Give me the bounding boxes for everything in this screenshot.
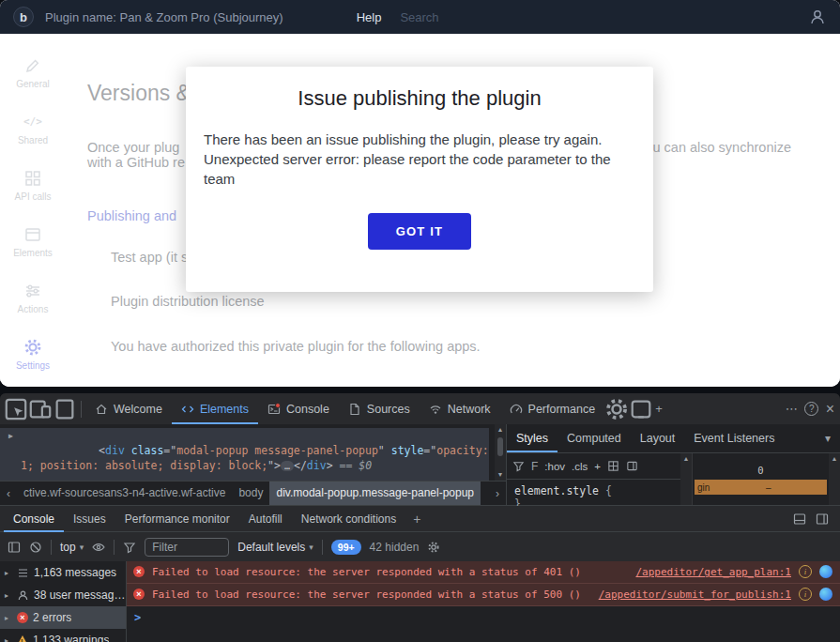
more-tabs-plus-icon[interactable]: +	[653, 397, 664, 421]
issue-info-icon[interactable]: i	[799, 565, 812, 578]
console-prompt[interactable]: >	[127, 606, 840, 629]
disclosure-icon[interactable]: ▸	[5, 591, 12, 600]
disclosure-icon[interactable]: ▸	[5, 614, 12, 622]
drawer-tab-network-conditions[interactable]: Network conditions	[292, 506, 405, 532]
dock-drawer-icon[interactable]	[793, 512, 806, 526]
performance-icon	[510, 403, 523, 416]
dom-node-selected[interactable]: ▶<div class="modal-popup message-panel-p…	[0, 428, 489, 481]
style-rules[interactable]: element.style { }	[507, 480, 692, 506]
context-selector[interactable]: top▾	[60, 541, 84, 554]
dom-tree[interactable]: ▶<div class="modal-popup message-panel-p…	[0, 424, 506, 481]
error-source-link[interactable]: /appeditor/submit_for_publish:1	[599, 588, 791, 602]
sidebar-item-errors[interactable]: ▸ × 2 errors	[0, 606, 126, 629]
devices-icon[interactable]	[629, 397, 653, 421]
tab-performance[interactable]: Performance	[500, 393, 605, 424]
breadcrumb-selected[interactable]: div.modal-popup.message-panel-popup	[269, 482, 481, 505]
log-levels-selector[interactable]: Default levels▾	[237, 541, 313, 554]
console-panel: ▸ 1,163 messages ▸ 38 user messages ▸ × …	[0, 561, 840, 642]
computed-panel-icon[interactable]	[626, 460, 638, 472]
scroll-up-icon[interactable]: ▲	[683, 453, 690, 465]
collapsed-children-icon[interactable]: …	[281, 461, 294, 471]
rule-selector[interactable]: element.style	[514, 484, 599, 497]
inspect-icon[interactable]	[4, 397, 28, 421]
code-token: }	[514, 497, 521, 506]
tab-styles[interactable]: Styles	[507, 424, 557, 452]
tab-layout[interactable]: Layout	[631, 424, 685, 452]
expand-drawer-icon[interactable]	[816, 512, 829, 526]
drawer-tabbar: Console Issues Performance monitor Autof…	[0, 505, 840, 531]
live-expression-eye-icon[interactable]	[92, 541, 105, 554]
crumbs-scroll-right-icon[interactable]: ›	[489, 487, 506, 500]
scroll-down-icon[interactable]: ▼	[497, 469, 504, 481]
styles-tabs: Styles Computed Layout Event Listeners ▾	[507, 424, 840, 452]
sidebar-item-user-messages[interactable]: ▸ 38 user messages	[0, 584, 126, 606]
element-classes[interactable]: .cls	[572, 461, 588, 472]
new-style-rule[interactable]: +	[594, 461, 601, 472]
help-menu[interactable]: Help	[357, 10, 382, 24]
bubble-logo[interactable]: b	[13, 7, 34, 27]
tab-elements[interactable]: Elements	[172, 393, 258, 424]
disclosure-icon[interactable]: ▸	[5, 636, 12, 642]
help-icon[interactable]: ?	[800, 397, 824, 421]
user-avatar-icon[interactable]	[808, 8, 827, 26]
sidebar-scrollbar[interactable]: ▲	[829, 453, 840, 505]
console-sidebar-toggle-icon[interactable]	[8, 541, 21, 554]
scrollbar-thumb[interactable]	[497, 437, 503, 456]
copilot-explain-icon[interactable]	[819, 565, 832, 578]
device-toolbar-icon[interactable]	[28, 397, 53, 421]
issue-info-icon[interactable]: i	[799, 588, 812, 601]
focus-page-icon[interactable]	[53, 397, 77, 421]
tab-event-listeners[interactable]: Event Listeners	[684, 424, 784, 452]
console-sidebar: ▸ 1,163 messages ▸ 38 user messages ▸ × …	[0, 561, 127, 642]
scroll-up-icon[interactable]: ▲	[497, 424, 504, 436]
console-error-row[interactable]: × Failed to load resource: the server re…	[127, 584, 840, 606]
filter-funnel-icon[interactable]	[123, 541, 136, 554]
search-menu[interactable]: Search	[400, 10, 438, 24]
expand-arrow-icon[interactable]: ▶	[8, 429, 13, 444]
code-token: ">	[267, 459, 281, 472]
margin-value[interactable]: –	[710, 482, 827, 493]
breadcrumb-body[interactable]: body	[232, 482, 269, 505]
box-model-margin[interactable]: gin –	[695, 480, 827, 495]
grid-badge-icon[interactable]	[607, 460, 619, 472]
chevron-down-icon[interactable]: ▾	[825, 432, 840, 445]
clear-console-icon[interactable]	[29, 541, 42, 554]
add-drawer-tab-icon[interactable]: +	[405, 512, 428, 527]
copilot-explain-icon[interactable]	[819, 588, 832, 601]
devtools-tabbar: Welcome Elements Console Sources Network…	[0, 393, 840, 424]
settings-gear-icon[interactable]	[604, 397, 629, 421]
tab-console[interactable]: Console	[258, 393, 339, 424]
console-settings-gear-icon[interactable]	[427, 541, 440, 554]
code-token: div	[307, 459, 327, 472]
styles-filter-input[interactable]: F	[531, 460, 538, 473]
hidden-messages-label[interactable]: 42 hidden	[370, 541, 420, 554]
sidebar-item-all-messages[interactable]: ▸ 1,163 messages	[0, 561, 126, 584]
drawer-tab-issues[interactable]: Issues	[64, 506, 115, 532]
code-token: <	[99, 444, 105, 457]
elements-scrollbar[interactable]: ▲ ▼	[495, 424, 506, 481]
drawer-tab-console[interactable]: Console	[4, 506, 64, 532]
console-filter-input[interactable]	[145, 538, 229, 557]
filter-funnel-icon[interactable]	[512, 460, 525, 472]
drawer-tab-autofill[interactable]: Autofill	[239, 506, 292, 532]
drawer-tab-performance-monitor[interactable]: Performance monitor	[115, 506, 239, 532]
crumbs-scroll-left-icon[interactable]: ‹	[0, 487, 17, 500]
breadcrumb-html[interactable]: ctive.wf-sourcesans3-n4-active.wf-active	[17, 482, 232, 505]
box-model-top-value[interactable]: 0	[693, 465, 829, 476]
scroll-up-icon[interactable]: ▲	[832, 453, 838, 465]
sidebar-item-warnings[interactable]: ▸ ! 1,133 warnings	[0, 629, 126, 642]
got-it-button[interactable]: GOT IT	[368, 213, 472, 250]
messages-count-badge[interactable]: 99+	[331, 540, 361, 555]
console-error-row[interactable]: × Failed to load resource: the server re…	[127, 561, 840, 584]
error-source-link[interactable]: /appeditor/get_app_plan:1	[635, 565, 791, 579]
more-options-icon[interactable]: ⋯	[784, 397, 800, 421]
tab-welcome[interactable]: Welcome	[85, 393, 172, 424]
tab-network[interactable]: Network	[420, 393, 500, 424]
tab-sources[interactable]: Sources	[339, 393, 420, 424]
styles-scrollbar[interactable]: ▲	[680, 453, 692, 505]
toggle-element-state[interactable]: :hov	[544, 461, 565, 472]
disclosure-icon[interactable]: ▸	[5, 569, 12, 577]
close-devtools-icon[interactable]: ×	[824, 397, 836, 421]
tab-computed[interactable]: Computed	[557, 424, 631, 452]
tab-label: Performance	[528, 403, 596, 416]
